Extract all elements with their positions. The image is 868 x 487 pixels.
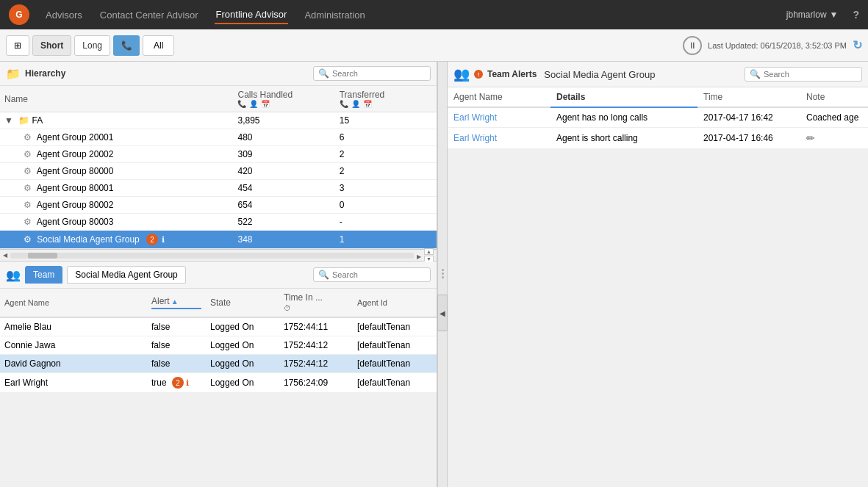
- hierarchy-row-name[interactable]: ⚙ Agent Group 20002: [0, 146, 233, 163]
- alert-note: Coached age: [800, 107, 868, 128]
- table-row[interactable]: ⚙ Agent Group 20001 480 6: [0, 129, 437, 146]
- hierarchy-row-name[interactable]: ⚙ Social Media Agent Group 2 ℹ: [0, 231, 233, 249]
- team-alerts-title: Team Alerts: [487, 69, 537, 79]
- expand-icon[interactable]: ▼: [4, 115, 13, 126]
- grid-icon: ⊞: [14, 40, 21, 51]
- hierarchy-row-transferred: 1: [335, 231, 437, 249]
- hierarchy-row-calls: 420: [233, 163, 334, 180]
- phone-button[interactable]: 📞: [113, 35, 140, 56]
- divider-dot: [442, 276, 444, 278]
- table-row[interactable]: ⚙ Agent Group 80000 420 2: [0, 163, 437, 180]
- hierarchy-row-calls: 654: [233, 197, 334, 214]
- clock-icon: ⏱: [284, 304, 291, 312]
- team-state: Logged On: [206, 336, 279, 355]
- table-row[interactable]: Earl Wright true 2 ℹ Logged On 1756:24:0…: [0, 373, 437, 393]
- team-time-in: 1752:44:12: [279, 355, 353, 373]
- table-row[interactable]: Amelie Blau false Logged On 1752:44:11 […: [0, 317, 437, 336]
- alert-details: Agent is short calling: [550, 128, 697, 149]
- team-section: 👥 Team Social Media Agent Group 🔍 Agent …: [0, 261, 437, 487]
- hierarchy-section: 📁 Hierarchy 🔍 Name Calls Handled: [0, 62, 437, 261]
- nav-administration[interactable]: Administration: [303, 7, 366, 24]
- hierarchy-row-name[interactable]: ▼ 📁 FA: [0, 112, 233, 129]
- team-table: Agent Name Alert ▲ State Time: [0, 289, 437, 393]
- refresh-button[interactable]: ↻: [853, 38, 862, 52]
- group-icon: ⚙: [24, 200, 32, 210]
- right-panel: 👥 ! Team Alerts Social Media Agent Group…: [448, 62, 868, 487]
- table-row[interactable]: ▼ 📁 FA 3,895 15: [0, 112, 437, 129]
- help-button[interactable]: ?: [853, 9, 859, 21]
- hierarchy-row-name[interactable]: ⚙ Agent Group 80000: [0, 163, 233, 180]
- alerts-table: Agent Name Details Time Note Earl Wright…: [448, 87, 868, 149]
- table-row[interactable]: Earl Wright Agent has no long calls 2017…: [448, 107, 868, 128]
- scroll-right-btn[interactable]: ▶: [417, 250, 421, 261]
- team-time-in: 1752:44:11: [279, 317, 353, 336]
- hierarchy-row-name[interactable]: ⚙ Agent Group 80002: [0, 197, 233, 214]
- table-row[interactable]: ⚙ Agent Group 80003 522 -: [0, 214, 437, 231]
- hierarchy-search-input[interactable]: [332, 69, 434, 78]
- hierarchy-header: 📁 Hierarchy 🔍: [0, 62, 437, 86]
- alert-edit-icon[interactable]: ✏: [800, 128, 868, 149]
- transfer-call-icon: 📞: [340, 100, 348, 108]
- edit-note-icon[interactable]: ✏: [806, 132, 815, 144]
- scroll-left-btn[interactable]: ◀: [3, 252, 7, 259]
- alerts-warning-dot: !: [474, 70, 483, 79]
- tab-social-media-agent-group[interactable]: Social Media Agent Group: [67, 266, 185, 284]
- table-row[interactable]: ⚙ Social Media Agent Group 2 ℹ 348 1: [0, 231, 437, 249]
- folder-icon: 📁: [18, 115, 29, 126]
- agent-name-link[interactable]: Earl Wright: [453, 112, 497, 123]
- main-content: 📁 Hierarchy 🔍 Name Calls Handled: [0, 62, 868, 487]
- agent-name-link[interactable]: Earl Wright: [453, 133, 497, 143]
- pause-button[interactable]: ⏸: [683, 36, 702, 55]
- th-agent-name: Agent Name: [0, 289, 147, 317]
- long-button[interactable]: Long: [74, 35, 110, 56]
- hierarchy-folder-icon: 📁: [6, 67, 21, 81]
- sort-arrow-icon: ▲: [171, 297, 179, 306]
- alerts-search-input[interactable]: [764, 70, 865, 79]
- team-section-header: 👥 Team Social Media Agent Group 🔍: [0, 261, 437, 289]
- th-alert[interactable]: Alert ▲: [147, 289, 206, 317]
- nav-advisors[interactable]: Advisors: [44, 7, 84, 24]
- alert-details: Agent has no long calls: [550, 107, 697, 128]
- team-agent-id: [defaultTenan: [353, 373, 437, 393]
- nav-contact-center-advisor[interactable]: Contact Center Advisor: [98, 7, 200, 24]
- alert-icon: ℹ: [162, 235, 165, 244]
- pause-icon: ⏸: [688, 40, 697, 51]
- alert-time: 2017-04-17 16:46: [697, 128, 800, 149]
- hierarchy-search-icon: 🔍: [318, 68, 329, 79]
- th-time: Time: [697, 87, 800, 107]
- short-button[interactable]: Short: [32, 35, 71, 56]
- table-row[interactable]: ⚙ Agent Group 80001 454 3: [0, 180, 437, 197]
- horizontal-scrollbar[interactable]: [10, 253, 414, 259]
- hierarchy-scroll-area: ◀ ▶ ▲ ▼: [0, 249, 437, 261]
- team-agent-name: David Gagnon: [0, 355, 147, 373]
- hierarchy-row-name[interactable]: ⚙ Agent Group 80001: [0, 180, 233, 197]
- phone-icon: 📞: [121, 40, 132, 51]
- nav-frontline-advisor[interactable]: Frontline Advisor: [215, 6, 289, 24]
- grid-view-button[interactable]: ⊞: [6, 35, 29, 56]
- th-calls-handled: Calls Handled 📞 👤 📅: [233, 86, 334, 112]
- app-logo[interactable]: G: [9, 4, 29, 25]
- table-row[interactable]: Connie Jawa false Logged On 1752:44:12 […: [0, 336, 437, 355]
- collapse-panel-button[interactable]: ◀: [437, 295, 448, 331]
- table-row[interactable]: Earl Wright Agent is short calling 2017-…: [448, 128, 868, 149]
- tab-team[interactable]: Team: [25, 266, 62, 284]
- panel-divider[interactable]: ◀: [437, 62, 448, 487]
- table-row[interactable]: David Gagnon false Logged On 1752:44:12 …: [0, 355, 437, 373]
- team-search-icon: 🔍: [318, 270, 329, 280]
- scroll-up-button[interactable]: ▲: [424, 248, 434, 255]
- team-agent-id: [defaultTenan: [353, 336, 437, 355]
- user-menu[interactable]: jbhmarlow ▼: [786, 10, 839, 20]
- table-row[interactable]: ⚙ Agent Group 20002 309 2: [0, 146, 437, 163]
- left-panel: 📁 Hierarchy 🔍 Name Calls Handled: [0, 62, 437, 487]
- earl-alert-icon: ℹ: [186, 378, 189, 387]
- agent-icon: 👤: [249, 100, 258, 108]
- all-button[interactable]: All: [143, 35, 174, 56]
- hierarchy-table: Name Calls Handled 📞 👤 📅 Transferred: [0, 86, 437, 249]
- table-row[interactable]: ⚙ Agent Group 80002 654 0: [0, 197, 437, 214]
- top-navigation: G Advisors Contact Center Advisor Frontl…: [0, 0, 868, 29]
- team-search-input[interactable]: [332, 270, 434, 279]
- hierarchy-row-name[interactable]: ⚙ Agent Group 80003: [0, 214, 233, 231]
- earl-alert-badge: 2: [172, 377, 184, 389]
- hierarchy-row-name[interactable]: ⚙ Agent Group 20001: [0, 129, 233, 146]
- team-icon: 👥: [6, 268, 21, 282]
